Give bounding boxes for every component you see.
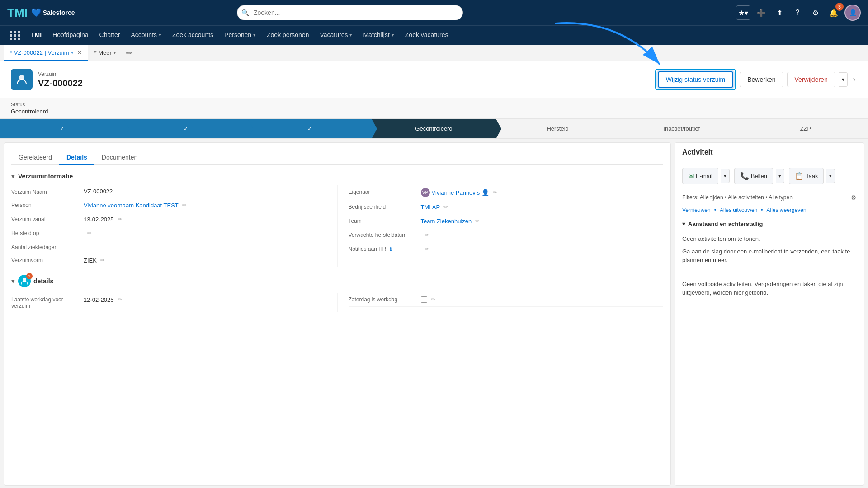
notifications-button[interactable]: 🔔 3 [826,5,841,20]
add-button[interactable]: ➕ [754,5,769,20]
activity-empty-sub-message: Ga aan de slag door een e-mailbericht te… [675,245,864,270]
nav-item-zoek-personen[interactable]: Zoek personen [261,26,314,46]
secondary-navigation: TMI Hoofdpagina Chatter Accounts ▾ Zoek … [0,25,868,45]
progress-bar: ✓ ✓ ✓ Gecontroleerd Hersteld Inactief/fo… [0,119,868,139]
personen-chevron-icon: ▾ [253,32,256,38]
tab-documenten[interactable]: Documenten [94,150,145,165]
aanstaand-toggle-icon[interactable]: ▾ [682,221,685,227]
nav-item-matchlijst[interactable]: Matchlijst ▾ [358,26,399,46]
persoon-edit-icon[interactable]: ✏ [180,201,189,209]
details-right-col: Zaterdag is werkdag ✏ [337,293,664,312]
task-icon: 📋 [795,172,804,180]
verwijderen-button[interactable]: Verwijderen [787,72,835,87]
record-type-icon [11,69,33,90]
bedrijfseenheid-link[interactable]: TMI AP [421,204,440,211]
matchlijst-chevron-icon: ▾ [392,32,394,38]
nav-item-vacatures[interactable]: Vacatures ▾ [314,26,358,46]
form-left-col: Verzuim Naam VZ-000022 Persoon Vivianne … [11,185,337,267]
nav-item-home[interactable]: Hoofdpagina [47,26,94,46]
vernieuwen-link[interactable]: Vernieuwen [682,207,711,213]
progress-step-inactief[interactable]: Inactief/foutief [620,119,744,138]
nav-item-accounts[interactable]: Accounts ▾ [125,26,167,46]
filters-gear-icon[interactable]: ⚙ [851,194,857,201]
field-verzuim-vanaf: Verzuim vanaf 13-02-2025 ✏ [11,212,326,226]
verwachte-hersteldatum-edit-icon[interactable]: ✏ [423,231,431,239]
owner-avatar: VP [421,188,430,197]
verzuim-vanaf-edit-icon[interactable]: ✏ [116,215,124,223]
record-header-left: Verzuim VZ-000022 [11,69,83,90]
eigenaar-link[interactable]: Vivianne Pannevis [432,189,480,196]
nav-tmi-label[interactable]: TMI [25,26,47,46]
tab-close-icon[interactable]: ✕ [77,49,82,56]
notities-hr-edit-icon[interactable]: ✏ [423,245,431,253]
tab-edit-button[interactable]: ✏ [123,45,136,61]
field-notities-hr: Notities aan HR ℹ ✏ [349,242,664,256]
task-button[interactable]: 📋 Taak [789,168,824,184]
tab-details[interactable]: Details [59,150,94,165]
nav-item-zoek-vacatures[interactable]: Zoek vacatures [400,26,454,46]
app-logo: TMI 💙 Salesforce [7,6,98,20]
bedrijfseenheid-edit-icon[interactable]: ✏ [442,203,450,211]
task-dropdown-button[interactable]: ▾ [826,169,835,183]
notification-badge: 3 [835,3,844,11]
phone-icon: 📞 [740,172,749,180]
grid-icon [10,31,21,40]
section-toggle-icon[interactable]: ▾ [11,173,14,180]
details-section-toggle-icon[interactable]: ▾ [11,277,14,285]
salesforce-logo: 💙 Salesforce [31,8,75,18]
alles-uitvouwen-link[interactable]: Alles uitvouwen [720,207,757,213]
email-button[interactable]: ✉ E-mail [682,168,718,184]
nav-item-personen[interactable]: Personen ▾ [219,26,261,46]
top-icon-group: ★▾ ➕ ⬆ ? ⚙ 🔔 3 👤 [736,5,861,21]
form-grid-details: Laatste werkdag voor verzuim 12-02-2025 … [11,293,663,312]
zaterdag-werkdag-checkbox[interactable] [421,296,427,303]
activity-empty-message: Geen activiteiten om te tonen. [675,231,864,245]
progress-step-zzp[interactable]: ZZP [744,119,868,138]
settings-button[interactable]: ⚙ [808,5,823,20]
field-zaterdag-werkdag: Zaterdag is werkdag ✏ [349,293,664,307]
cloud-button[interactable]: ⬆ [772,5,787,20]
bewerken-button[interactable]: Bewerken [740,72,783,87]
progress-step-3[interactable]: ✓ [248,119,372,138]
progress-step-gecontroleerd[interactable]: Gecontroleerd [372,119,495,138]
call-dropdown-button[interactable]: ▾ [776,169,784,183]
progress-step-1[interactable]: ✓ [0,119,124,138]
wijzig-status-button[interactable]: Wijzig status verzuim [658,71,733,88]
zaterdag-werkdag-edit-icon[interactable]: ✏ [429,296,437,304]
detail-panel: Gerelateerd Details Documenten ▾ Verzuim… [4,142,671,486]
field-aantal-ziektedagen: Aantal ziektedagen [11,240,326,253]
tab-gerelateerd[interactable]: Gerelateerd [11,150,59,165]
tab-vz000022[interactable]: * VZ-000022 | Verzuim ▾ ✕ [4,45,88,61]
eigenaar-person-icon[interactable]: 👤 [481,189,489,196]
user-avatar[interactable]: 👤 [844,5,861,21]
tab-meer[interactable]: * Meer ▾ [88,45,123,61]
team-link[interactable]: Team Ziekenhuizen [421,218,472,225]
search-input[interactable] [237,5,463,20]
progress-step-hersteld[interactable]: Hersteld [496,119,620,138]
nav-item-chatter[interactable]: Chatter [94,26,126,46]
call-button[interactable]: 📞 Bellen [734,168,773,184]
sidebar-toggle-button[interactable]: › [851,74,857,85]
progress-step-2[interactable]: ✓ [124,119,248,138]
global-search[interactable]: 🔍 [237,5,463,20]
alles-weergeven-link[interactable]: Alles weergeven [767,207,807,213]
favorites-button[interactable]: ★▾ [736,5,750,20]
email-dropdown-button[interactable]: ▾ [721,169,730,183]
verzuim-info-section: ▾ Verzuiminformatie Verzuim Naam VZ-0000… [11,173,663,267]
notities-hr-info-icon[interactable]: ℹ [390,246,392,252]
verzuimvorm-edit-icon[interactable]: ✏ [99,256,107,264]
section-header-verzuim: ▾ Verzuiminformatie [11,173,663,180]
actions-dropdown-button[interactable]: ▾ [839,72,848,87]
nav-item-zoek-accounts[interactable]: Zoek accounts [167,26,219,46]
team-edit-icon[interactable]: ✏ [473,217,481,225]
eigenaar-edit-icon[interactable]: ✏ [491,188,499,197]
help-button[interactable]: ? [790,5,805,20]
hersteld-op-edit-icon[interactable]: ✏ [85,229,94,237]
tmi-logo-text: TMI [7,6,28,20]
tab-bar: * VZ-000022 | Verzuim ▾ ✕ * Meer ▾ ✏ [0,45,868,61]
field-laatste-werkdag: Laatste werkdag voor verzuim 12-02-2025 … [11,293,326,312]
email-icon: ✉ [688,172,694,180]
persoon-link[interactable]: Vivianne voornaam Kandidaat TEST [84,202,179,209]
app-launcher-button[interactable] [5,26,25,46]
laatste-werkdag-edit-icon[interactable]: ✏ [116,296,124,304]
